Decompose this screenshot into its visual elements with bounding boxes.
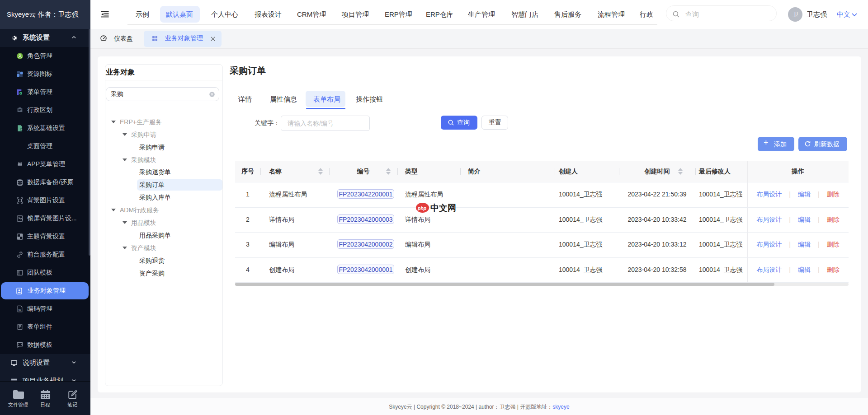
svg-text:php: php [417,205,427,211]
svg-text:W: W [19,309,21,312]
